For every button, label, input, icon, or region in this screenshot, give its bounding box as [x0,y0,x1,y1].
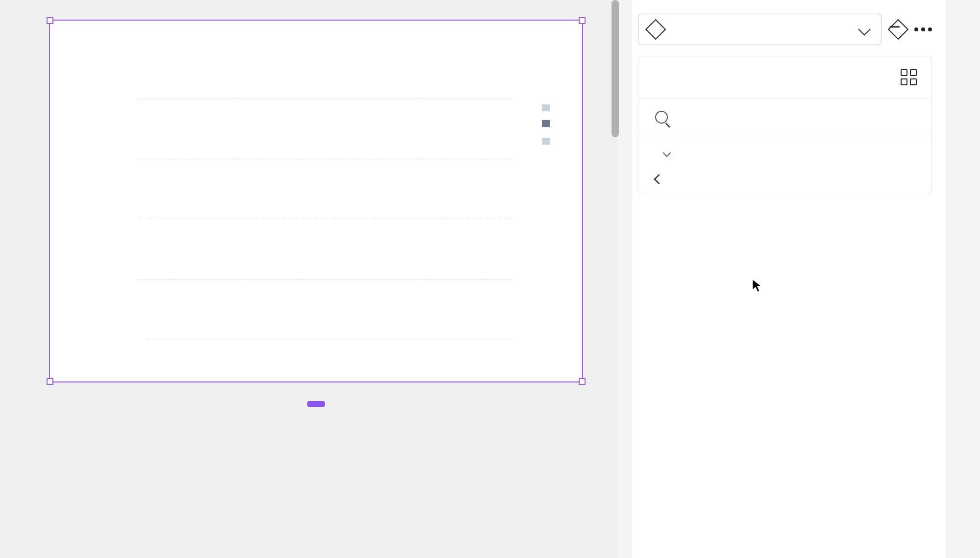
resize-handle-tr[interactable] [579,17,586,24]
search-icon [655,111,668,124]
resize-handle-br[interactable] [579,378,586,385]
chevron-left-icon [654,174,664,184]
go-to-main-component-icon[interactable] [888,19,908,40]
chart-plot-area [148,99,511,339]
chevron-down-icon [663,149,671,157]
swap-instance-panel [638,56,932,193]
selected-component-frame[interactable] [49,20,583,382]
design-canvas[interactable] [0,0,617,558]
component-instance-dropdown[interactable] [638,14,882,45]
more-options-icon[interactable] [914,27,932,31]
chart-legend [542,99,554,148]
chart-line-series [148,99,511,339]
properties-panel [632,0,946,558]
resize-handle-bl[interactable] [47,378,53,385]
selection-size-badge [307,401,325,407]
resize-handle-tl[interactable] [47,17,53,24]
library-dropdown[interactable] [638,136,931,162]
category-back-button[interactable] [638,162,931,193]
canvas-scrollbar[interactable] [612,0,619,137]
chevron-down-icon [858,23,870,35]
grid-view-icon[interactable] [901,69,917,85]
component-icon [645,19,666,40]
search-input[interactable] [677,109,917,125]
